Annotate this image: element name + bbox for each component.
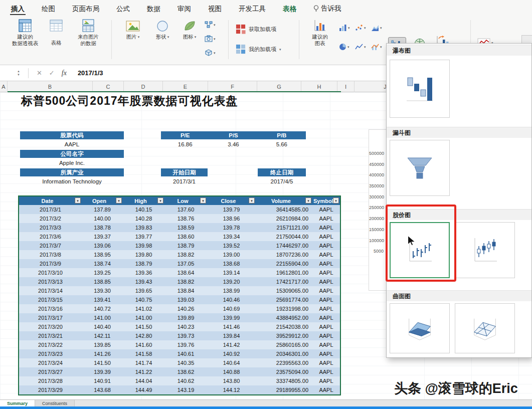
cell-open[interactable]: 139.25 <box>82 268 123 277</box>
cell-low[interactable]: 140.26 <box>164 304 207 313</box>
table-header-cell[interactable]: High ▾ <box>123 196 164 205</box>
cell-date[interactable]: 2017/3/24 <box>19 358 82 367</box>
cell-symbol[interactable]: AAPL <box>312 268 340 277</box>
cell-close[interactable]: 143.80 <box>207 376 256 385</box>
cell-symbol[interactable]: AAPL <box>312 358 340 367</box>
cell-high[interactable]: 139.36 <box>123 268 164 277</box>
start-date-value[interactable]: 2017/3/1 <box>161 177 208 185</box>
table-row[interactable]: 2017/3/9 138.74 138.79 137.05 138.68 221… <box>19 259 340 268</box>
insert-column-chart-button[interactable]: ▾ <box>339 24 350 32</box>
cell-volume[interactable]: 43884952.00 <box>256 313 312 322</box>
cell-date[interactable]: 2017/3/2 <box>19 214 82 223</box>
cell-volume[interactable]: 17421717.00 <box>256 277 312 286</box>
cell-date[interactable]: 2017/3/1 <box>19 205 82 214</box>
cancel-icon[interactable]: ✕ <box>37 69 42 77</box>
cell-volume[interactable]: 26210984.00 <box>256 214 312 223</box>
cell-volume[interactable]: 33374805.00 <box>256 376 312 385</box>
cell-volume[interactable]: 22155904.00 <box>256 259 312 268</box>
column-header[interactable]: G <box>257 81 301 92</box>
table-row[interactable]: 2017/3/3 138.78 139.83 138.59 139.78 215… <box>19 223 340 232</box>
cell-volume[interactable]: 39529912.00 <box>256 331 312 340</box>
cell-close[interactable]: 140.64 <box>207 358 256 367</box>
pe-value[interactable]: 16.86 <box>161 140 209 148</box>
table-header-cell[interactable]: Volume ▾ <box>256 196 312 205</box>
cell-symbol[interactable]: AAPL <box>312 376 340 385</box>
cell-volume[interactable]: 21750044.00 <box>256 232 312 241</box>
industry-value[interactable]: Information Technology <box>20 177 124 185</box>
cell-date[interactable]: 2017/3/7 <box>19 241 82 250</box>
table-row[interactable]: 2017/3/24 141.50 141.74 140.35 140.64 22… <box>19 358 340 367</box>
cell-volume[interactable]: 25860165.00 <box>256 340 312 349</box>
tab-data[interactable]: 数据 <box>146 3 161 16</box>
smartart-button[interactable]: ▾ <box>205 21 216 28</box>
get-addins-button[interactable]: 获取加载项 <box>236 24 276 34</box>
cell-date[interactable]: 2017/3/22 <box>19 340 82 349</box>
cell-symbol[interactable]: AAPL <box>312 277 340 286</box>
cell-open[interactable]: 138.78 <box>82 223 123 232</box>
cell-low[interactable]: 140.23 <box>164 322 207 331</box>
cell-volume[interactable]: 19612801.00 <box>256 268 312 277</box>
cell-low[interactable]: 139.03 <box>164 295 207 304</box>
recommended-pivottable-button[interactable]: 建议的 数据透视表 <box>7 19 43 47</box>
cell-low[interactable]: 140.35 <box>164 358 207 367</box>
cell-volume[interactable]: 21542038.00 <box>256 322 312 331</box>
column-header[interactable]: F <box>208 81 257 92</box>
table-row[interactable]: 2017/3/2 140.00 140.28 138.76 138.96 262… <box>19 214 340 223</box>
shapes-button[interactable]: 形状▾ <box>149 20 175 40</box>
cell-date[interactable]: 2017/3/3 <box>19 223 82 232</box>
insert-scatter-chart-button[interactable]: ▾ <box>355 24 366 32</box>
cell-date[interactable]: 2017/3/17 <box>19 313 82 322</box>
tab-formulas[interactable]: 公式 <box>115 3 131 16</box>
table-row[interactable]: 2017/3/23 141.26 141.58 140.61 140.92 20… <box>19 349 340 358</box>
stock-hlc-chart-option[interactable] <box>390 222 450 278</box>
cell-low[interactable]: 139.76 <box>164 340 207 349</box>
cell-date[interactable]: 2017/3/23 <box>19 349 82 358</box>
cell-date[interactable]: 2017/3/8 <box>19 250 82 259</box>
cell-close[interactable]: 139.20 <box>207 277 256 286</box>
cell-low[interactable]: 138.82 <box>164 250 207 259</box>
cell-symbol[interactable]: AAPL <box>312 241 340 250</box>
cell-low[interactable]: 138.82 <box>164 277 207 286</box>
cell-open[interactable]: 139.30 <box>82 286 123 295</box>
cell-high[interactable]: 138.79 <box>123 259 164 268</box>
cell-date[interactable]: 2017/3/15 <box>19 295 82 304</box>
cell-symbol[interactable]: AAPL <box>312 259 340 268</box>
cell-date[interactable]: 2017/3/20 <box>19 322 82 331</box>
cell-date[interactable]: 2017/3/28 <box>19 376 82 385</box>
data-from-picture-button[interactable]: 来自图片 的数据 <box>69 19 107 47</box>
cell-low[interactable]: 138.62 <box>164 367 207 376</box>
table-row[interactable]: 2017/3/21 142.11 142.80 139.73 139.84 39… <box>19 331 340 340</box>
cell-close[interactable]: 140.69 <box>207 304 256 313</box>
filter-icon[interactable]: ▾ <box>157 197 163 203</box>
cell-low[interactable]: 138.60 <box>164 232 207 241</box>
cell-volume[interactable]: 29189955.00 <box>256 385 312 394</box>
cell-low[interactable]: 138.59 <box>164 223 207 232</box>
cell-high[interactable]: 142.80 <box>123 331 164 340</box>
cell-high[interactable]: 139.43 <box>123 277 164 286</box>
cell-volume[interactable]: 23575094.00 <box>256 367 312 376</box>
cell-close[interactable]: 140.92 <box>207 349 256 358</box>
filter-icon[interactable]: ▾ <box>200 197 206 203</box>
insert-pie-chart-button[interactable]: ▾ <box>339 43 349 51</box>
cell-close[interactable]: 139.78 <box>207 223 256 232</box>
cell-symbol[interactable]: AAPL <box>312 385 340 394</box>
cell-low[interactable]: 140.61 <box>164 349 207 358</box>
table-header-cell[interactable]: Low ▾ <box>164 196 207 205</box>
table-row[interactable]: 2017/3/16 140.72 141.02 140.26 140.69 19… <box>19 304 340 313</box>
cell-open[interactable]: 143.68 <box>82 385 123 394</box>
tab-developer[interactable]: 开发工具 <box>238 3 267 16</box>
filter-icon[interactable]: ▾ <box>75 197 81 203</box>
cell-high[interactable]: 139.65 <box>123 286 164 295</box>
table-row[interactable]: 2017/3/10 139.25 139.36 138.64 139.14 19… <box>19 268 340 277</box>
tab-insert[interactable]: 插入 <box>10 3 26 16</box>
cell-date[interactable]: 2017/3/9 <box>19 259 82 268</box>
tab-review[interactable]: 审阅 <box>176 3 192 16</box>
cell-low[interactable]: 140.62 <box>164 376 207 385</box>
sheet-tab-summary[interactable]: Summary <box>0 400 35 406</box>
surface-chart-option[interactable] <box>390 303 450 353</box>
cell-symbol[interactable]: AAPL <box>312 367 340 376</box>
column-header[interactable]: E <box>163 81 208 92</box>
cell-symbol[interactable]: AAPL <box>312 286 340 295</box>
cell-low[interactable]: 139.89 <box>164 313 207 322</box>
cell-close[interactable]: 139.00 <box>207 250 256 259</box>
